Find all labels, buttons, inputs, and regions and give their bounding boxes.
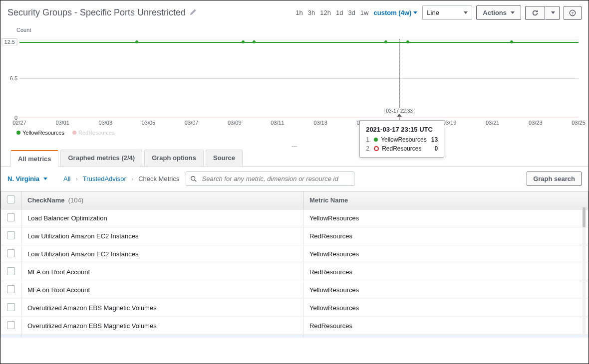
cell-checkname: Low Utilization Amazon EC2 Instances xyxy=(21,245,303,263)
table-row[interactable]: Low Utilization Amazon EC2 InstancesRedR… xyxy=(1,227,589,245)
data-point xyxy=(253,40,256,43)
tooltip-row: 1. YellowResources 13 xyxy=(366,136,438,143)
legend-dot-icon xyxy=(72,131,76,135)
row-checkbox[interactable] xyxy=(7,231,15,239)
chevron-right-icon: › xyxy=(76,175,78,182)
xtick: 03/09 xyxy=(228,120,242,126)
cell-checkname: Security Groups - Specific Ports Unrestr… xyxy=(21,335,303,338)
search-icon xyxy=(190,176,197,182)
metric-search[interactable] xyxy=(186,172,355,186)
table-row[interactable]: Low Utilization Amazon EC2 InstancesYell… xyxy=(1,245,589,263)
chart-tooltip: 2021-03-17 23:15 UTC 1. YellowResources … xyxy=(359,120,444,158)
chevron-down-icon xyxy=(551,11,555,14)
refresh-icon xyxy=(532,9,539,16)
xtick: 03/23 xyxy=(529,120,543,126)
xtick: 03/11 xyxy=(271,120,285,126)
series-ring-icon xyxy=(374,146,379,151)
table-row[interactable]: Overutilized Amazon EBS Magnetic Volumes… xyxy=(1,299,589,317)
refresh-dropdown[interactable] xyxy=(545,6,560,20)
timerange-custom[interactable]: custom (4w) xyxy=(373,9,417,16)
tab-graph-options[interactable]: Graph options xyxy=(144,150,204,166)
table-row[interactable]: Overutilized Amazon EBS Magnetic Volumes… xyxy=(1,317,589,335)
table-row[interactable]: MFA on Root AccountYellowResources xyxy=(1,281,589,299)
table-row[interactable]: MFA on Root AccountRedResources xyxy=(1,263,589,281)
refresh-button[interactable] xyxy=(525,6,545,20)
col-metricname[interactable]: Metric Name xyxy=(303,191,588,209)
chart-legend: YellowResources RedResources xyxy=(16,130,115,136)
chart-x-axis: 02/2703/0103/0303/0503/0703/0903/1103/13… xyxy=(19,120,579,128)
tab-bar: All metrics Graphed metrics (2/4) Graph … xyxy=(0,150,589,167)
cell-metricname: RedResources xyxy=(303,335,588,338)
cell-metricname: RedResources xyxy=(303,227,588,245)
chevron-down-icon xyxy=(511,11,515,14)
metrics-table: CheckName (104) Metric Name Load Balance… xyxy=(0,191,589,338)
data-point xyxy=(406,40,409,43)
xtick: 03/25 xyxy=(572,120,586,126)
row-checkbox[interactable] xyxy=(7,249,15,257)
chevron-down-icon xyxy=(43,178,47,180)
graph-search-button[interactable]: Graph search xyxy=(527,172,582,186)
xtick: 03/21 xyxy=(486,120,500,126)
cell-checkname: MFA on Root Account xyxy=(21,263,303,281)
row-checkbox[interactable] xyxy=(7,303,15,311)
legend-item-red[interactable]: RedResources xyxy=(72,130,115,136)
row-checkbox[interactable] xyxy=(7,267,15,275)
help-icon: ? xyxy=(569,9,576,16)
refresh-button-group xyxy=(525,6,560,20)
ytick: 12.5 xyxy=(2,38,17,45)
breadcrumb: All › TrustedAdvisor › Check Metrics xyxy=(63,175,179,182)
xtick: 03/03 xyxy=(99,120,113,126)
chart-area: Count 12.5 6.5 0 03-17 22:33 02/2703/010… xyxy=(0,23,589,148)
chevron-down-icon xyxy=(413,11,417,14)
table-row[interactable]: Load Balancer OptimizationYellowResource… xyxy=(1,209,589,227)
timerange-1h[interactable]: 1h xyxy=(295,9,302,16)
timerange-12h[interactable]: 12h xyxy=(320,9,331,16)
scrollbar-thumb[interactable] xyxy=(583,207,586,227)
cell-metricname: RedResources xyxy=(303,317,588,335)
cell-metricname: YellowResources xyxy=(303,209,588,227)
select-all-checkbox[interactable] xyxy=(7,195,15,203)
timerange-3h[interactable]: 3h xyxy=(308,9,315,16)
chevron-right-icon: › xyxy=(131,175,133,182)
actions-button[interactable]: Actions xyxy=(476,5,521,20)
row-checkbox[interactable] xyxy=(7,285,15,293)
svg-text:?: ? xyxy=(572,10,574,15)
legend-dot-icon xyxy=(16,131,20,135)
cell-checkname: Overutilized Amazon EBS Magnetic Volumes xyxy=(21,317,303,335)
xtick: 03/19 xyxy=(443,120,457,126)
timerange-1w[interactable]: 1w xyxy=(360,9,369,16)
edit-title-icon[interactable] xyxy=(190,8,197,17)
tab-source[interactable]: Source xyxy=(206,150,243,166)
breadcrumb-all[interactable]: All xyxy=(63,175,70,182)
tab-all-metrics[interactable]: All metrics xyxy=(10,150,58,167)
subheader: N. Virginia All › TrustedAdvisor › Check… xyxy=(0,167,589,191)
search-input[interactable] xyxy=(200,174,350,183)
data-point xyxy=(384,40,387,43)
cell-metricname: YellowResources xyxy=(303,245,588,263)
page-title: Security Groups - Specific Ports Unrestr… xyxy=(7,7,186,18)
chart-plot[interactable]: 12.5 6.5 0 xyxy=(19,39,579,118)
tab-graphed-metrics[interactable]: Graphed metrics (2/4) xyxy=(60,150,142,166)
svg-line-3 xyxy=(194,180,196,182)
region-selector[interactable]: N. Virginia xyxy=(7,175,47,182)
help-button[interactable]: ? xyxy=(564,6,582,20)
timerange-3d[interactable]: 3d xyxy=(348,9,355,16)
row-checkbox[interactable] xyxy=(7,213,15,221)
xtick: 03/07 xyxy=(185,120,199,126)
chart-type-select[interactable]: Line xyxy=(422,5,472,20)
col-checkname[interactable]: CheckName (104) xyxy=(21,191,303,209)
cell-checkname: Load Balancer Optimization xyxy=(21,209,303,227)
cell-checkname: MFA on Root Account xyxy=(21,281,303,299)
timerange-1d[interactable]: 1d xyxy=(336,9,343,16)
legend-item-yellow[interactable]: YellowResources xyxy=(16,130,64,136)
row-checkbox[interactable] xyxy=(7,321,15,329)
breadcrumb-trustedadvisor[interactable]: TrustedAdvisor xyxy=(83,175,126,182)
resize-handle-icon[interactable]: --- xyxy=(292,143,297,149)
svg-point-2 xyxy=(191,176,195,180)
xtick: 02/27 xyxy=(12,120,26,126)
data-point xyxy=(242,40,245,43)
tooltip-title: 2021-03-17 23:15 UTC xyxy=(366,126,438,133)
cell-metricname: YellowResources xyxy=(303,281,588,299)
xtick: 03/05 xyxy=(142,120,156,126)
table-row[interactable]: Security Groups - Specific Ports Unrestr… xyxy=(1,335,589,338)
